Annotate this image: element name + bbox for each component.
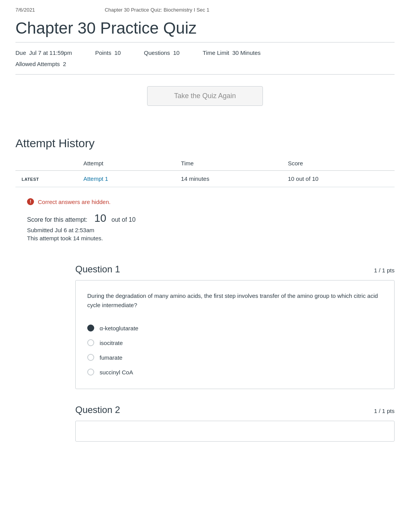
points-label: Points xyxy=(95,49,111,56)
question-text: During the degradation of many amino aci… xyxy=(87,291,383,310)
answer-option: fumarate xyxy=(87,350,383,365)
questions-label: Questions xyxy=(144,49,170,56)
col-score: Score xyxy=(282,156,395,171)
date-header: 7/6/2021 Chapter 30 Practice Quiz: Bioch… xyxy=(15,0,395,16)
answer-option: α-ketoglutarate xyxy=(87,321,383,335)
option-label: succinyl CoA xyxy=(100,369,133,376)
option-label: fumarate xyxy=(100,354,122,361)
question-box xyxy=(75,421,395,442)
allowed-attempts-label: Allowed Attempts xyxy=(15,61,60,67)
attempt-detail: ! Correct answers are hidden. Score for … xyxy=(15,187,395,252)
attempt-score: 10 out of 10 xyxy=(282,171,395,187)
points-value: 10 xyxy=(114,49,121,56)
radio-circle xyxy=(87,339,94,346)
question-section-2: Question 2 1 / 1 pts xyxy=(15,405,395,442)
notice-text: Correct answers are hidden. xyxy=(38,199,110,205)
col-time: Time xyxy=(175,156,282,171)
table-row: LATEST Attempt 1 14 minutes 10 out of 10 xyxy=(15,171,395,187)
submitted-text: Submitted Jul 6 at 2:53am xyxy=(27,227,383,233)
notice-icon: ! xyxy=(27,198,34,205)
question-title: Question 2 xyxy=(75,405,120,415)
question-header: Question 2 1 / 1 pts xyxy=(75,405,395,415)
answer-option: isocitrate xyxy=(87,335,383,350)
score-number: 10 xyxy=(94,212,106,224)
option-label: isocitrate xyxy=(100,340,123,346)
questions-value: 10 xyxy=(173,49,180,56)
page-title: Chapter 30 Practice Quiz xyxy=(15,16,395,42)
radio-circle xyxy=(87,354,94,361)
attempt-history-title: Attempt History xyxy=(15,137,395,150)
col-attempt: Attempt xyxy=(77,156,175,171)
correct-answers-notice: ! Correct answers are hidden. xyxy=(27,198,383,205)
option-label: α-ketoglutarate xyxy=(100,325,138,331)
duration-text: This attempt took 14 minutes. xyxy=(27,235,383,241)
time-limit-value: 30 Minutes xyxy=(232,49,261,56)
radio-circle xyxy=(87,325,94,331)
time-limit-label: Time Limit xyxy=(203,49,229,56)
question-box: During the degradation of many amino aci… xyxy=(75,280,395,389)
allowed-attempts-value: 2 xyxy=(63,61,66,67)
question-section-1: Question 1 1 / 1 pts During the degradat… xyxy=(15,264,395,389)
attempt-history-table: Attempt Time Score LATEST Attempt 1 14 m… xyxy=(15,156,395,187)
take-quiz-button[interactable]: Take the Quiz Again xyxy=(147,86,263,106)
attempt-link[interactable]: Attempt 1 xyxy=(83,175,108,182)
due-label: Due xyxy=(15,49,26,56)
attempt-time: 14 minutes xyxy=(175,171,282,187)
meta-bar: Due Jul 7 at 11:59pm Points 10 Questions… xyxy=(15,42,395,75)
radio-circle xyxy=(87,369,94,376)
question-pts: 1 / 1 pts xyxy=(374,408,395,414)
score-line: Score for this attempt: 10 out of 10 xyxy=(27,212,383,224)
question-title: Question 1 xyxy=(75,264,120,275)
question-header: Question 1 1 / 1 pts xyxy=(75,264,395,275)
latest-label: LATEST xyxy=(22,177,39,182)
answer-option: succinyl CoA xyxy=(87,365,383,379)
due-value: Jul 7 at 11:59pm xyxy=(29,49,72,56)
question-pts: 1 / 1 pts xyxy=(374,267,395,274)
